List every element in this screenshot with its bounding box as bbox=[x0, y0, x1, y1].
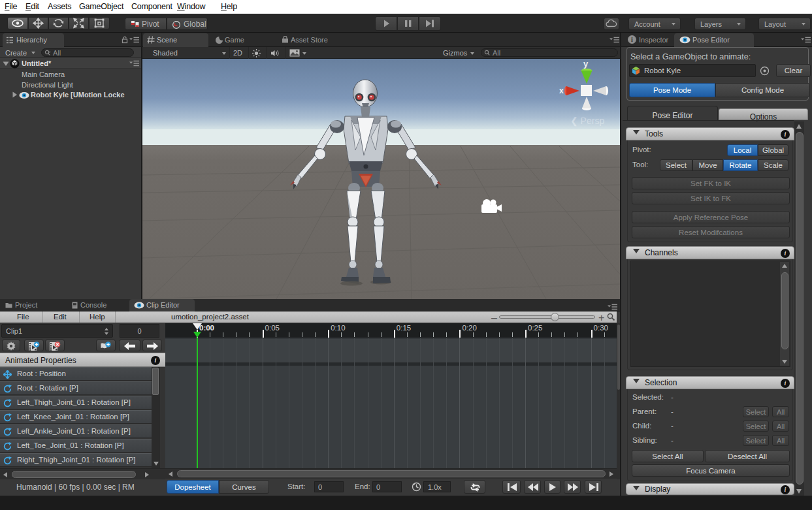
svg-text:y: y bbox=[583, 59, 589, 69]
svg-text:❮ Persp: ❮ Persp bbox=[570, 116, 604, 127]
svg-text:x: x bbox=[559, 86, 564, 95]
